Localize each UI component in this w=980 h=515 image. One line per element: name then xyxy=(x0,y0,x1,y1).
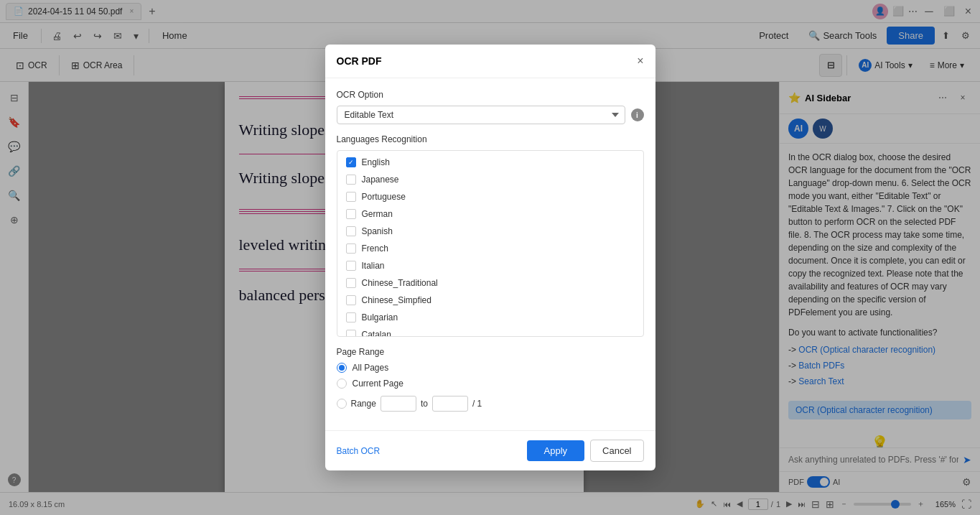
lang-label: Chinese_Simpfied xyxy=(362,295,431,305)
dialog-footer: Batch OCR Apply Cancel xyxy=(325,430,655,470)
lang-label: Chinese_Traditional xyxy=(362,278,438,288)
page-range-radio-group: All Pages Current Page Range to / 1 xyxy=(337,363,644,412)
apply-button[interactable]: Apply xyxy=(527,440,585,461)
current-page-label: Current Page xyxy=(353,379,403,389)
lang-checkbox[interactable] xyxy=(346,312,356,323)
all-pages-label: All Pages xyxy=(353,363,389,373)
range-from-input[interactable] xyxy=(381,396,416,412)
lang-checkbox[interactable] xyxy=(346,330,356,337)
lang-label: Bulgarian xyxy=(362,312,398,323)
dialog-body: OCR Option Editable Text Editable Text &… xyxy=(325,78,655,430)
all-pages-radio[interactable] xyxy=(337,363,347,373)
lang-label: Japanese xyxy=(362,175,399,185)
ocr-option-select[interactable]: Editable Text Editable Text & Images xyxy=(337,106,625,124)
language-item[interactable]: Chinese_Traditional xyxy=(337,274,643,292)
page-range-section: Page Range All Pages Current Page xyxy=(337,347,644,412)
language-item[interactable]: French xyxy=(337,240,643,257)
page-range-label: Page Range xyxy=(337,347,644,357)
lang-checkbox[interactable] xyxy=(346,209,356,219)
ocr-dialog: OCR PDF × OCR Option Editable Text Edita… xyxy=(325,45,655,470)
lang-checkbox[interactable] xyxy=(346,278,356,288)
lang-checkbox[interactable] xyxy=(346,226,356,236)
language-item[interactable]: Chinese_Simpfied xyxy=(337,292,643,309)
lang-checkbox[interactable]: ✓ xyxy=(346,157,356,167)
language-item[interactable]: Japanese xyxy=(337,171,643,188)
current-page-option[interactable]: Current Page xyxy=(337,379,644,389)
dialog-header: OCR PDF × xyxy=(325,45,655,78)
range-total-label: / 1 xyxy=(472,399,482,409)
lang-label: German xyxy=(362,209,393,219)
lang-checkbox[interactable] xyxy=(346,295,356,305)
lang-recognition-label: Languages Recognition xyxy=(337,134,644,144)
language-item[interactable]: Bulgarian xyxy=(337,309,643,326)
lang-checkbox[interactable] xyxy=(346,261,356,271)
range-radio[interactable] xyxy=(337,399,347,409)
lang-checkbox[interactable] xyxy=(346,175,356,185)
lang-label: Portuguese xyxy=(362,192,406,202)
language-item[interactable]: German xyxy=(337,205,643,223)
all-pages-option[interactable]: All Pages xyxy=(337,363,644,373)
language-list: ✓ English Japanese Portuguese German Spa… xyxy=(337,150,644,337)
lang-label: English xyxy=(362,157,390,167)
range-label: Range xyxy=(351,399,376,409)
language-item[interactable]: ✓ English xyxy=(337,154,643,171)
dialog-title: OCR PDF xyxy=(337,55,638,67)
batch-ocr-button[interactable]: Batch OCR xyxy=(337,446,381,456)
cancel-button[interactable]: Cancel xyxy=(590,440,643,462)
language-item[interactable]: Spanish xyxy=(337,223,643,240)
dialog-overlay: OCR PDF × OCR Option Editable Text Edita… xyxy=(0,0,980,515)
language-item[interactable]: Portuguese xyxy=(337,188,643,205)
lang-label: Catalan xyxy=(362,330,391,337)
dialog-close-button[interactable]: × xyxy=(637,55,643,68)
lang-checkbox[interactable] xyxy=(346,243,356,254)
range-to-label: to xyxy=(421,399,428,409)
info-icon[interactable]: i xyxy=(631,108,644,121)
lang-label: French xyxy=(362,243,388,254)
language-item[interactable]: Italian xyxy=(337,257,643,274)
language-item[interactable]: Catalan xyxy=(337,326,643,337)
ocr-option-row: Editable Text Editable Text & Images i xyxy=(337,106,644,124)
radio-dot xyxy=(339,365,345,371)
range-to-input[interactable] xyxy=(432,396,468,412)
range-option: Range to / 1 xyxy=(337,396,644,412)
ocr-option-label: OCR Option xyxy=(337,90,644,100)
lang-label: Spanish xyxy=(362,226,393,236)
current-page-radio[interactable] xyxy=(337,379,347,389)
lang-label: Italian xyxy=(362,261,385,271)
lang-checkbox[interactable] xyxy=(346,192,356,202)
